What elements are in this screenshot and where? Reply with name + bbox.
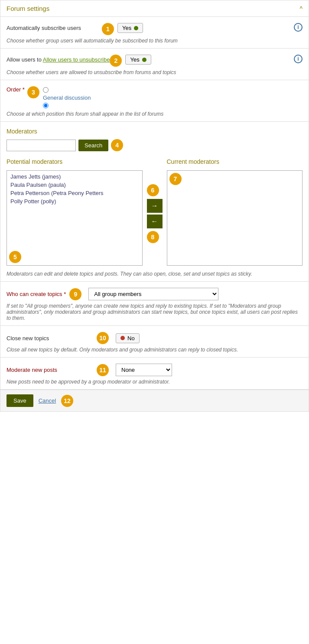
- footer-bar: Save Cancel 12: [0, 390, 309, 411]
- close-topics-help: Close all new topics by default. Only mo…: [7, 347, 302, 353]
- search-badge: 4: [111, 139, 123, 151]
- search-row: Search 4: [7, 139, 302, 151]
- order-radio-general-input-row: [43, 103, 91, 108]
- current-badge: 7: [169, 173, 182, 185]
- section-title: Forum settings: [7, 5, 49, 12]
- potential-moderators-container: Potential moderators 5 James Jetts (jame…: [7, 158, 143, 266]
- potential-moderators-title: Potential moderators: [7, 158, 62, 165]
- auto-subscribe-toggle-label: Yes: [122, 25, 131, 31]
- order-radio-group: General discussion: [43, 87, 91, 108]
- who-create-section: Who can create topics * 9 All group memb…: [0, 282, 309, 326]
- current-moderators-title: Current moderators: [167, 158, 219, 165]
- auto-subscribe-info-icon[interactable]: i: [294, 23, 302, 32]
- current-moderators-container: Current moderators 7: [167, 158, 303, 266]
- who-required: *: [64, 291, 66, 297]
- potential-moderators-list[interactable]: James Jetts (james) Paula Paulsen (paula…: [7, 170, 143, 266]
- moderate-posts-help: New posts need to be approved by a group…: [7, 379, 302, 385]
- order-radio-general: General discussion: [43, 94, 91, 101]
- forward-badge: 6: [147, 184, 159, 196]
- allow-unsubscribe-label: Allow users to Allow users to unsubscrib…: [7, 55, 110, 63]
- unsubscribe-link[interactable]: Allow users to unsubscribe: [43, 56, 110, 63]
- current-moderators-list[interactable]: [167, 170, 303, 266]
- forum-settings-panel: Forum settings ^ Automatically subscribe…: [0, 0, 309, 412]
- allow-unsubscribe-toggle[interactable]: Yes: [125, 55, 151, 65]
- who-badge: 9: [69, 288, 81, 300]
- save-button[interactable]: Save: [7, 394, 33, 407]
- search-input[interactable]: [7, 140, 76, 151]
- order-help: Choose at which position this forum shal…: [7, 111, 302, 117]
- auto-subscribe-label: Automatically subscribe users: [7, 23, 102, 31]
- auto-subscribe-row: Automatically subscribe users 1 Yes i Ch…: [0, 17, 309, 49]
- moderators-note: Moderators can edit and delete topics an…: [7, 271, 302, 277]
- close-topics-badge: 10: [97, 332, 109, 344]
- allow-unsubscribe-help: Choose whether users are allowed to unsu…: [7, 69, 302, 75]
- who-create-help: If set to "All group members", anyone ca…: [7, 303, 302, 321]
- allow-unsubscribe-badge: 2: [110, 55, 122, 67]
- potential-badge: 5: [9, 251, 21, 263]
- allow-unsubscribe-toggle-label: Yes: [130, 56, 139, 63]
- moderators-columns: Potential moderators 5 James Jetts (jame…: [7, 158, 302, 266]
- backward-badge: 8: [147, 231, 159, 243]
- order-label: Order *: [7, 86, 25, 93]
- add-moderator-button[interactable]: →: [147, 199, 163, 213]
- order-row: Order * 3 General discussion Choose at w…: [0, 80, 309, 122]
- order-radio-first-input[interactable]: [43, 87, 49, 93]
- auto-subscribe-dot: [134, 26, 138, 30]
- list-item[interactable]: Paula Paulsen (paula): [9, 181, 140, 189]
- close-topics-dot: [120, 336, 125, 340]
- auto-subscribe-toggle[interactable]: Yes: [117, 23, 143, 33]
- order-general-label: General discussion: [43, 94, 91, 101]
- close-topics-toggle[interactable]: No: [116, 333, 140, 343]
- close-topics-label: Close new topics: [7, 335, 93, 342]
- allow-unsubscribe-info-icon[interactable]: i: [294, 55, 302, 63]
- list-item[interactable]: Polly Potter (polly): [9, 197, 140, 205]
- moderators-section: Moderators Search 4 Potential moderators…: [0, 122, 309, 282]
- search-button[interactable]: Search: [78, 140, 108, 151]
- close-topics-toggle-label: No: [127, 335, 135, 342]
- order-badge: 3: [27, 86, 39, 98]
- auto-subscribe-badge: 1: [102, 23, 114, 35]
- who-create-select[interactable]: All group members Moderators and group a…: [88, 288, 218, 300]
- close-topics-section: Close new topics 10 No Close all new top…: [0, 326, 309, 358]
- list-item[interactable]: Petra Petterson (Petra Peony Petters: [9, 189, 140, 197]
- moderators-title: Moderators: [7, 128, 302, 135]
- order-radio-general-input[interactable]: [43, 103, 49, 108]
- who-create-label: Who can create topics *: [7, 291, 66, 297]
- moderate-posts-select[interactable]: None All posts First post only: [116, 364, 172, 376]
- moderate-posts-badge: 11: [97, 364, 109, 376]
- cancel-button[interactable]: Cancel: [39, 397, 56, 404]
- list-item[interactable]: James Jetts (james): [9, 172, 140, 181]
- moderator-arrow-buttons: 6 → ← 8: [143, 158, 167, 243]
- collapse-icon[interactable]: ^: [299, 5, 302, 12]
- cancel-label: Cancel: [39, 397, 56, 404]
- order-required: *: [23, 86, 25, 93]
- allow-unsubscribe-row: Allow users to Allow users to unsubscrib…: [0, 49, 309, 80]
- moderate-posts-label: Moderate new posts: [7, 367, 93, 373]
- cancel-badge: 12: [61, 395, 73, 407]
- allow-unsubscribe-dot: [142, 58, 146, 62]
- section-header: Forum settings ^: [0, 0, 309, 17]
- order-radio-first: [43, 87, 91, 93]
- auto-subscribe-help: Choose whether group users will automati…: [7, 38, 302, 44]
- remove-moderator-button[interactable]: ←: [147, 215, 163, 228]
- moderate-posts-section: Moderate new posts 11 None All posts Fir…: [0, 358, 309, 390]
